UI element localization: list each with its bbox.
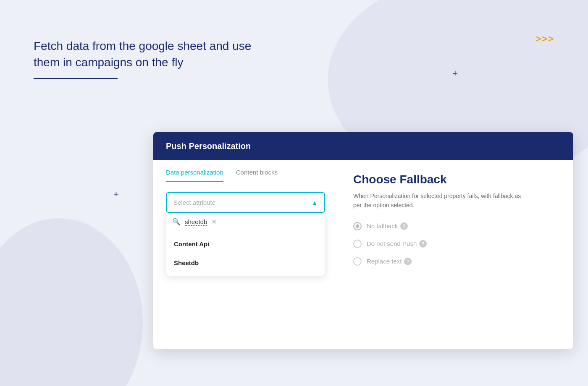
radio-no-fallback[interactable]: No fallback ? <box>353 222 558 230</box>
tab-data-personalization[interactable]: Data personalization <box>166 169 223 182</box>
modal-header: Push Personalization <box>153 132 573 160</box>
dropdown-items: Content Api Sheetdb <box>166 231 325 276</box>
radio-replace-text[interactable]: Replace text ? <box>353 257 558 266</box>
radio-do-not-send[interactable]: Do not send Push ? <box>353 240 558 248</box>
select-placeholder: Select attribute <box>173 199 215 206</box>
left-pane: Data personalization Content blocks Sele… <box>153 160 338 349</box>
bg-blob-bottom-left <box>0 218 143 386</box>
select-attribute-trigger[interactable]: Select attribute ▲ <box>166 192 325 213</box>
chevron-down-icon: ▲ <box>312 199 318 206</box>
dropdown-panel: 🔍 sheetdb ✕ Content Api Sheetdb <box>166 213 325 276</box>
radio-circle-replace-text <box>353 257 362 266</box>
hero-title: Fetch data from the google sheet and use… <box>34 38 252 70</box>
search-box: 🔍 sheetdb ✕ <box>166 213 325 231</box>
dropdown-item-sheetdb[interactable]: Sheetdb <box>166 253 325 272</box>
clear-icon[interactable]: ✕ <box>211 218 217 226</box>
plus-decoration-top: + <box>452 68 458 79</box>
fallback-description: When Personalization for selected proper… <box>353 191 530 210</box>
modal-body: Data personalization Content blocks Sele… <box>153 160 573 349</box>
radio-circle-do-not-send <box>353 240 362 248</box>
tabs: Data personalization Content blocks <box>166 160 325 182</box>
hero-section: Fetch data from the google sheet and use… <box>34 38 252 79</box>
help-icon-do-not-send[interactable]: ? <box>419 240 427 248</box>
modal-title: Push Personalization <box>166 141 251 151</box>
fallback-options: No fallback ? Do not send Push ? Replace… <box>353 222 558 266</box>
help-icon-replace-text[interactable]: ? <box>404 258 412 265</box>
radio-circle-no-fallback <box>353 222 362 230</box>
radio-label-replace-text: Replace text ? <box>367 258 412 265</box>
search-value: sheetdb <box>185 218 207 225</box>
radio-label-do-not-send: Do not send Push ? <box>367 240 427 248</box>
fallback-title: Choose Fallback <box>353 173 558 186</box>
plus-decoration-left: + <box>113 189 119 200</box>
radio-label-no-fallback: No fallback ? <box>367 222 408 230</box>
help-icon-no-fallback[interactable]: ? <box>400 222 408 230</box>
tab-content-blocks[interactable]: Content blocks <box>236 169 278 182</box>
hero-underline <box>34 78 118 79</box>
right-pane: Choose Fallback When Personalization for… <box>338 160 573 349</box>
modal-card: Push Personalization Data personalizatio… <box>153 132 573 349</box>
chevron-decoration: >>> <box>536 34 554 44</box>
search-icon: 🔍 <box>172 218 181 226</box>
dropdown-item-content-api[interactable]: Content Api <box>166 235 325 253</box>
